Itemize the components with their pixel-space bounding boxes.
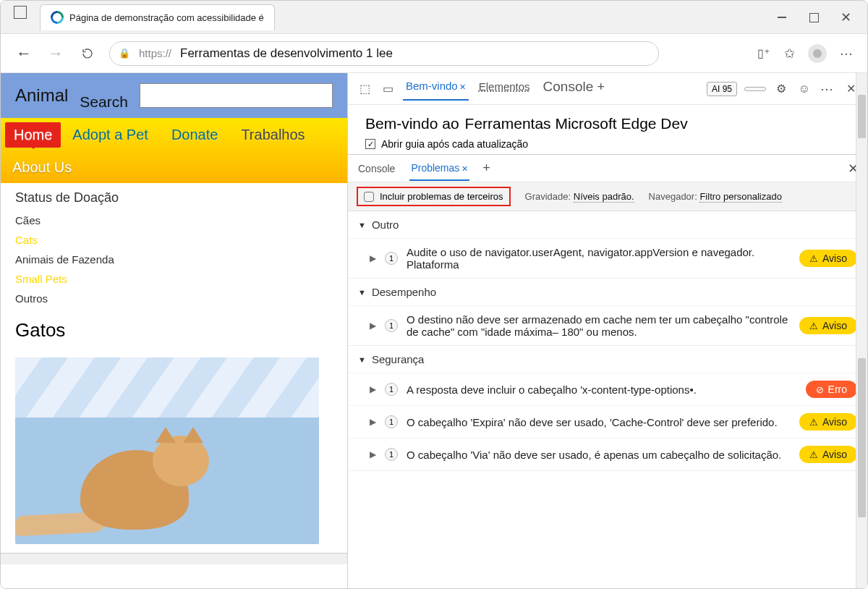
window-close-button[interactable]: ✕ xyxy=(840,12,851,23)
address-bar[interactable]: 🔒 https:// Ferramentas de desenvolviment… xyxy=(109,41,659,66)
group-performance[interactable]: ▼Desempenho xyxy=(348,279,867,305)
ai-badge[interactable]: AI 95 xyxy=(707,82,737,96)
nav-jobs[interactable]: Trabalhos xyxy=(229,119,316,151)
third-party-checkbox[interactable]: Incluir problemas de terceiros xyxy=(357,187,511,206)
favorite-icon[interactable]: ✩ xyxy=(784,46,795,62)
inspect-icon[interactable]: ⬚ xyxy=(357,81,373,97)
devtools-drawer: Console Problemas ✕ + ✕ Incluir problema… xyxy=(348,154,867,589)
issues-scrollbar[interactable] xyxy=(856,276,867,589)
browser-toolbar: ← → 🔒 https:// Ferramentas de desenvolvi… xyxy=(1,34,867,73)
link-farm[interactable]: Animais de Fazenda xyxy=(15,253,333,266)
url-scheme: https:// xyxy=(139,47,171,59)
url-text: Ferramentas de desenvolvimento 1 lee xyxy=(180,46,393,61)
issues-filter-bar: Incluir problemas de terceiros Gravidade… xyxy=(348,182,867,211)
open-tab-checkbox[interactable]: ✓ Abrir guia após cada atualização xyxy=(365,138,850,150)
window-minimize-button[interactable] xyxy=(776,12,788,23)
site-brand: Animal xyxy=(15,85,68,106)
search-label: Search xyxy=(80,93,128,111)
welcome-pane: Bem-vindo ao Ferramentas Microsoft Edge … xyxy=(348,105,867,154)
browser-filter[interactable]: Filtro personalizado xyxy=(699,191,781,203)
extra-badge[interactable] xyxy=(744,87,766,91)
drawer-tab-console[interactable]: Console xyxy=(357,157,396,180)
nav-about[interactable]: About Us xyxy=(1,152,83,183)
nav-home[interactable]: Home xyxy=(5,122,61,148)
category-list: Cães Cats Animais de Fazenda Small Pets … xyxy=(1,210,347,312)
group-other[interactable]: ▼Outro xyxy=(348,211,867,238)
tab-overview-icon[interactable] xyxy=(14,6,27,19)
link-other[interactable]: Outros xyxy=(15,292,333,305)
donation-status: Status de Doação xyxy=(1,183,347,210)
tab-elements[interactable]: Elementos xyxy=(476,77,533,100)
nav-donate[interactable]: Donate xyxy=(160,119,230,151)
lock-icon: 🔒 xyxy=(119,48,130,59)
severity-warn-badge: ⚠Aviso xyxy=(799,317,857,334)
search-input[interactable] xyxy=(140,83,333,108)
issue-row[interactable]: ▶1 Audite o uso de navigator.userAgent, … xyxy=(348,238,867,278)
tab-title: Página de demonstração com acessibilidad… xyxy=(69,12,264,23)
browser-menu-button[interactable]: ⋯ xyxy=(840,46,854,62)
tab-welcome[interactable]: Bem-vindo✕ xyxy=(403,77,469,101)
severity-warn-badge: ⚠Aviso xyxy=(799,446,857,463)
link-dogs[interactable]: Cães xyxy=(15,214,333,226)
issue-row[interactable]: ▶1 O destino não deve ser armazenado em … xyxy=(348,305,867,345)
primary-nav: Home Adopt a Pet Donate Trabalhos About … xyxy=(1,118,347,183)
severity-error-badge: ⊘Erro xyxy=(806,381,857,398)
back-button[interactable]: ← xyxy=(14,43,34,64)
group-security[interactable]: ▼Segurança xyxy=(348,346,867,373)
window-titlebar: Página de demonstração com acessibilidad… xyxy=(1,1,867,34)
page-heading: Gatos xyxy=(1,312,347,349)
device-toggle-icon[interactable]: ▭ xyxy=(380,81,396,97)
drawer-add-tab[interactable]: + xyxy=(482,161,490,176)
edge-logo-icon xyxy=(51,11,64,24)
devtools-menu-icon[interactable]: ⋯ xyxy=(820,81,835,97)
link-small-pets[interactable]: Small Pets xyxy=(15,273,333,285)
cat-image xyxy=(15,357,319,544)
issue-row[interactable]: ▶1 O cabeçalho 'Expira' não deve ser usa… xyxy=(348,405,867,438)
issue-row[interactable]: ▶1 A resposta deve incluir o cabeçalho '… xyxy=(348,373,867,405)
drawer-tab-issues[interactable]: Problemas ✕ xyxy=(409,156,469,181)
issue-row[interactable]: ▶1 O cabeçalho 'Via' não deve ser usado,… xyxy=(348,438,867,470)
window-maximize-button[interactable] xyxy=(808,12,820,23)
reader-icon[interactable]: ▯⁺ xyxy=(755,46,771,62)
reload-button[interactable] xyxy=(77,43,98,64)
horizontal-scrollbar[interactable] xyxy=(1,553,347,564)
severity-warn-badge: ⚠Aviso xyxy=(799,413,857,431)
tab-console[interactable]: Console + xyxy=(540,76,608,102)
link-cats[interactable]: Cats xyxy=(15,234,333,246)
issues-list: ▼Outro ▶1 Audite o uso de navigator.user… xyxy=(348,211,867,589)
severity-warn-badge: ⚠Aviso xyxy=(799,250,857,267)
nav-adopt[interactable]: Adopt a Pet xyxy=(61,119,160,151)
webpage-panel: Animal Search Home Adopt a Pet Donate Tr… xyxy=(1,73,348,589)
settings-icon[interactable]: ⚙ xyxy=(773,81,789,97)
devtools-toolbar: ⬚ ▭ Bem-vindo✕ Elementos Console + AI 95… xyxy=(348,73,867,105)
feedback-icon[interactable]: ☺ xyxy=(796,81,812,97)
welcome-title: Bem-vindo ao Ferramentas Microsoft Edge … xyxy=(365,115,850,132)
devtools-panel: ⬚ ▭ Bem-vindo✕ Elementos Console + AI 95… xyxy=(348,73,867,589)
profile-avatar[interactable] xyxy=(808,44,827,63)
browser-tab[interactable]: Página de demonstração com acessibilidad… xyxy=(40,4,275,30)
severity-filter[interactable]: Níveis padrão. xyxy=(574,191,634,203)
forward-button: → xyxy=(46,43,66,64)
